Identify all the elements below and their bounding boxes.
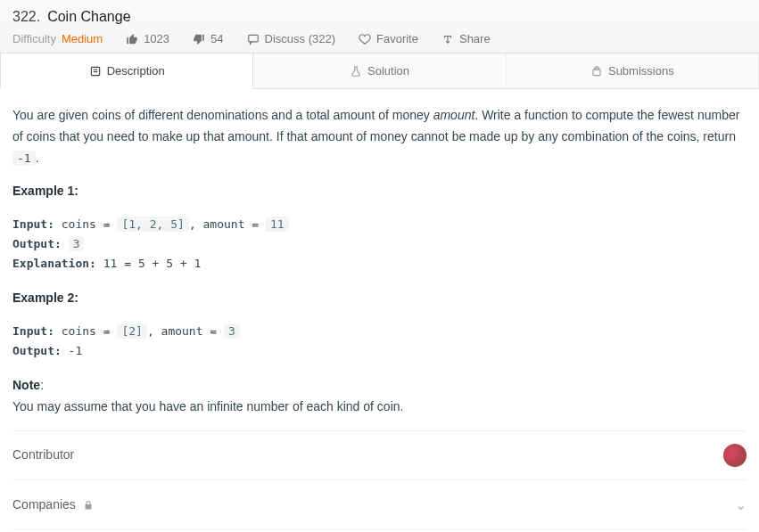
difficulty-label: Difficulty [12, 32, 56, 45]
tab-bar: Description Solution Submissions [0, 53, 759, 89]
lock-icon [83, 500, 94, 511]
intro-text-a: You are given coins of different denomin… [12, 108, 433, 122]
problem-number: 322. [12, 9, 40, 25]
ex2-input-label: Input: [12, 324, 54, 338]
tab-submissions[interactable]: Submissions [507, 53, 759, 88]
description-icon [89, 65, 102, 78]
contributor-row[interactable]: Contributor [12, 430, 747, 479]
difficulty: Difficulty Medium [12, 32, 103, 45]
ex2-output-val: -1 [62, 344, 82, 357]
ex1-output-label: Output: [12, 237, 62, 250]
ex1-amount: 11 [266, 217, 289, 232]
difficulty-value: Medium [62, 32, 103, 45]
ex1-expl-val: 11 = 5 + 5 + 1 [96, 257, 201, 270]
svg-rect-6 [595, 66, 598, 68]
tab-solution[interactable]: Solution [253, 53, 506, 88]
example1-heading: Example 1: [12, 184, 78, 198]
chevron-down-icon: ⌄ [735, 493, 747, 517]
svg-rect-0 [248, 35, 258, 42]
like-count: 1023 [144, 32, 169, 45]
problem-content: You are given coins of different denomin… [0, 89, 759, 532]
tab-description-label: Description [107, 64, 165, 78]
neg1-code: -1 [12, 151, 36, 166]
thumb-down-icon [193, 33, 205, 45]
ex2-amount: 3 [224, 323, 240, 339]
flask-icon [350, 65, 362, 78]
example1-block: Input: coins = [1, 2, 5], amount = 11 Ou… [12, 215, 747, 274]
note-block: Note: You may assume that you have an in… [12, 375, 747, 418]
note-heading: Note [12, 378, 40, 392]
share-button[interactable]: Share [441, 32, 491, 45]
problem-intro: You are given coins of different denomin… [12, 105, 747, 168]
share-label: Share [459, 32, 491, 45]
ex2-input-b: , amount = [147, 324, 224, 338]
heart-icon [359, 33, 371, 45]
companies-row[interactable]: Companies ⌄ [12, 479, 747, 529]
tab-submissions-label: Submissions [608, 64, 674, 78]
note-body: You may assume that you have an infinite… [12, 399, 403, 413]
discuss-button[interactable]: Discuss (322) [247, 32, 335, 45]
favorite-button[interactable]: Favorite [359, 32, 418, 45]
dislike-button[interactable]: 54 [193, 32, 223, 45]
contributor-avatar[interactable] [723, 444, 747, 467]
ex2-coins: [2] [117, 323, 146, 339]
example2-heading: Example 2: [12, 291, 78, 305]
like-button[interactable]: 1023 [126, 32, 169, 45]
contributor-label: Contributor [12, 445, 74, 466]
ex2-output-label: Output: [12, 344, 62, 357]
ex1-coins: [1, 2, 5] [117, 217, 188, 232]
ex1-input-label: Input: [12, 217, 54, 231]
comment-icon [247, 33, 260, 45]
problem-title: Coin Change [47, 9, 130, 25]
ex1-output-val: 3 [69, 236, 85, 251]
meta-row: Difficulty Medium 1023 54 Discuss (322) … [12, 32, 747, 45]
ex1-expl-label: Explanation: [12, 257, 96, 270]
tab-solution-label: Solution [367, 64, 409, 78]
problem-header: 322. Coin Change Difficulty Medium 1023 … [0, 0, 759, 53]
dislike-count: 54 [210, 32, 223, 45]
title-row: 322. Coin Change [12, 9, 747, 25]
example2-block: Input: coins = [2], amount = 3 Output: -… [12, 322, 747, 361]
thumb-up-icon [126, 33, 138, 45]
discuss-label: Discuss (322) [265, 32, 335, 45]
companies-label: Companies [12, 495, 76, 516]
ex1-input-b: , amount = [189, 217, 266, 231]
stack-icon [590, 65, 603, 78]
ex2-input-a: coins = [54, 324, 117, 338]
intro-text-c: . [36, 151, 39, 165]
share-icon [441, 33, 454, 45]
tab-description[interactable]: Description [0, 53, 253, 89]
favorite-label: Favorite [376, 32, 418, 45]
ex1-input-a: coins = [54, 217, 117, 231]
amount-em: amount [433, 108, 475, 122]
svg-rect-4 [593, 70, 600, 75]
